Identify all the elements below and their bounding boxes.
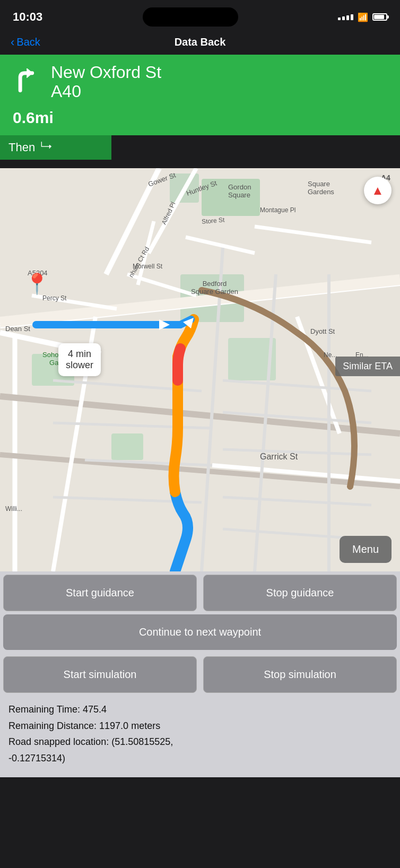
park-label-gordon: GordonSquare [228, 183, 251, 199]
park-label-bedford: BedfordSquare Garden [191, 280, 238, 296]
svg-rect-6 [111, 433, 143, 460]
back-button[interactable]: ‹ Back [11, 36, 40, 48]
guidance-row: Start guidance Stop guidance [0, 571, 400, 614]
street-label-willi: Willi... [5, 505, 22, 513]
then-row-wrapper: Then ⮡ [0, 135, 400, 168]
street-label-dean: Dean St [5, 325, 30, 333]
continue-waypoint-button[interactable]: Continue to next waypoint [3, 614, 397, 650]
wifi-icon: 📶 [358, 12, 368, 22]
remaining-distance: Remaining Distance: 1197.0 meters [8, 718, 392, 734]
street-label-morwell: Morwell St [133, 263, 162, 270]
map-pin: 📍 [24, 272, 49, 296]
remaining-time: Remaining Time: 475.4 [8, 701, 392, 718]
bottom-controls: Start guidance Stop guidance Continue to… [0, 571, 400, 696]
nav-bar: ‹ Back Data Back [0, 32, 400, 55]
road-snapped: Road snapped location: (51.50815525,-0.1… [8, 734, 392, 766]
eta-label: Similar ETA [335, 357, 400, 376]
compass[interactable]: ▲ [364, 177, 392, 204]
direction-distance: 0.6mi [13, 109, 54, 127]
signal-icon [338, 14, 353, 20]
then-turn-icon: ⮡ [40, 141, 52, 154]
simulation-row: Start simulation Stop simulation [0, 653, 400, 696]
status-icons: 📶 [338, 12, 387, 22]
direction-text: New Oxford St A40 [51, 63, 161, 101]
street-label-dyott: Dyott St [310, 327, 335, 335]
street-label-montague: Montague Pl [260, 206, 295, 214]
stop-guidance-button[interactable]: Stop guidance [203, 575, 397, 611]
back-label: Back [16, 36, 40, 48]
notch [143, 7, 238, 27]
direction-banner: New Oxford St A40 [0, 55, 400, 109]
then-label: Then [8, 141, 35, 154]
nav-title: Data Back [175, 36, 226, 48]
info-section: Remaining Time: 475.4 Remaining Distance… [0, 696, 400, 777]
tooltip-text: 4 minslower [66, 349, 93, 370]
stop-simulation-button[interactable]: Stop simulation [203, 656, 397, 693]
route-tooltip: 4 minslower [58, 343, 101, 376]
park-label-square-gardens: SquareGardens [308, 180, 334, 196]
street-label-garrick: Garrick St [260, 452, 298, 462]
start-guidance-button[interactable]: Start guidance [3, 575, 197, 611]
status-time: 10:03 [13, 10, 42, 24]
battery-icon [372, 13, 387, 21]
direction-road: A40 [51, 82, 161, 101]
menu-button[interactable]: Menu [340, 536, 392, 563]
map-area: Gower St Huntley St Alfred Pl Store St M… [0, 168, 400, 571]
status-bar: 10:03 📶 [0, 0, 400, 32]
start-simulation-button[interactable]: Start simulation [3, 656, 197, 693]
back-chevron-icon: ‹ [11, 37, 14, 48]
turn-arrow-icon [13, 67, 42, 97]
compass-arrow-icon: ▲ [371, 183, 384, 198]
then-bar: Then ⮡ [0, 135, 111, 160]
street-label-percy: Percy St [42, 294, 66, 302]
direction-top: New Oxford St A40 [13, 63, 387, 101]
direction-street: New Oxford St [51, 63, 161, 82]
